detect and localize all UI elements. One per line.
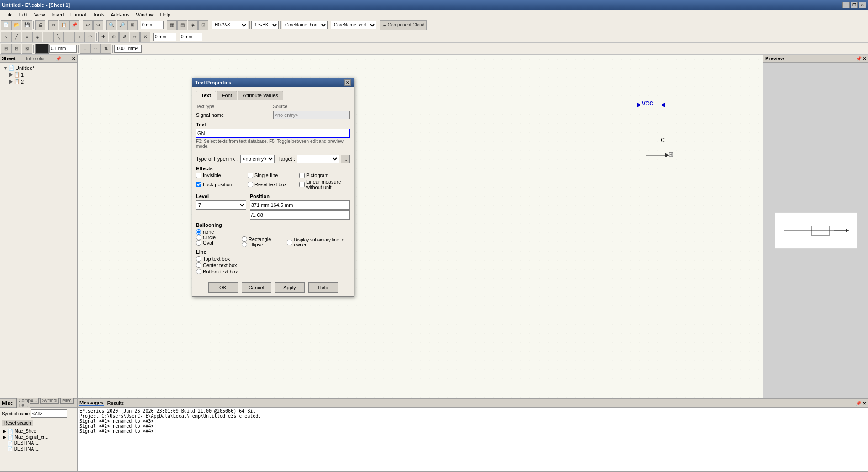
dialog-close-button[interactable]: ✕	[344, 79, 351, 86]
cable-type-combo[interactable]: H07V-K	[212, 21, 248, 29]
print-button[interactable]: 🖨	[35, 20, 45, 30]
tb-z[interactable]: ⇅	[101, 44, 111, 54]
maximize-button[interactable]: ❐	[851, 2, 858, 8]
reset-search-button[interactable]: Reset search	[2, 420, 33, 426]
close-button[interactable]: ✕	[859, 2, 866, 8]
copy-button[interactable]: 📋	[59, 20, 69, 30]
tab-misc[interactable]: Misc	[60, 398, 74, 404]
cancel-button[interactable]: Cancel	[242, 282, 271, 293]
symbol-btn[interactable]: ◈	[32, 32, 42, 42]
preview-close-icon[interactable]: ✕	[863, 56, 866, 61]
new-button[interactable]: 📄	[1, 20, 11, 30]
symbol-name-input[interactable]	[31, 409, 67, 418]
invisible-checkbox[interactable]	[196, 173, 201, 178]
color-btn[interactable]	[35, 44, 49, 54]
tb-y[interactable]: ↔	[90, 44, 101, 54]
preview-pin-icon[interactable]: 📌	[856, 56, 862, 61]
minimize-button[interactable]: —	[842, 2, 850, 8]
pictogram-checkbox[interactable]	[299, 173, 305, 178]
tb-btn-a[interactable]: ▦	[167, 20, 177, 30]
hyperlink-target-select[interactable]	[297, 155, 339, 163]
position-input-2[interactable]	[250, 210, 350, 220]
help-button[interactable]: Help	[308, 282, 338, 293]
level-select[interactable]: 7	[196, 200, 246, 210]
misc-tree-item-3[interactable]: 📄 DESTINAT...	[2, 440, 75, 446]
paste-button[interactable]: 📌	[69, 20, 79, 30]
text-properties-dialog[interactable]: Text Properties ✕ Text Font Attribute Va…	[192, 78, 354, 297]
hyperlink-type-select[interactable]: <no entry>	[240, 155, 275, 163]
tiny-input[interactable]	[114, 45, 142, 53]
misc-tree-item-2[interactable]: ▶ 📄 Mac_Signal_cr...	[2, 434, 75, 440]
panel-pin-icon[interactable]: 📌	[56, 56, 61, 61]
tree-item-untitled[interactable]: ▼ 📄 Untitled*	[2, 64, 75, 71]
grid-btn[interactable]: ⊟	[11, 44, 21, 54]
bottom-text-box-radio[interactable]	[196, 269, 201, 274]
core-size-combo[interactable]: 1.5-BK	[251, 21, 279, 29]
cut-button[interactable]: ✂	[48, 20, 58, 30]
cross-btn[interactable]: ✚	[98, 32, 108, 42]
subsidiary-checkbox[interactable]	[287, 240, 292, 245]
tab-text[interactable]: Text	[196, 91, 216, 100]
menu-view[interactable]: View	[32, 11, 48, 18]
undo-button[interactable]: ↩	[83, 20, 93, 30]
menu-window[interactable]: Window	[133, 11, 156, 18]
mm-input-2[interactable]	[153, 33, 176, 41]
zoom-in-button[interactable]: 🔍	[106, 20, 116, 30]
rectangle-radio[interactable]	[242, 236, 247, 242]
line-width-input[interactable]	[49, 45, 77, 53]
lock-position-checkbox[interactable]	[196, 182, 201, 187]
menu-edit[interactable]: Edit	[16, 11, 31, 18]
messages-tab[interactable]: Messages	[79, 400, 104, 406]
mm-input-1[interactable]	[141, 21, 164, 29]
bus-btn[interactable]: ≡	[22, 32, 32, 42]
menu-insert[interactable]: Insert	[48, 11, 67, 18]
menu-file[interactable]: File	[2, 11, 16, 18]
line-btn[interactable]: ╲	[53, 32, 64, 42]
menu-tools[interactable]: Tools	[90, 11, 107, 18]
core-name-hori-combo[interactable]: CoreName_hori	[282, 21, 328, 29]
browse-button[interactable]: ...	[341, 155, 350, 163]
circle-radio[interactable]	[196, 235, 201, 240]
tree-item-2[interactable]: ▶ 📋 2	[2, 78, 75, 85]
tb-btn-b[interactable]: ▤	[177, 20, 187, 30]
oval-radio[interactable]	[196, 240, 201, 246]
save-button[interactable]: 💾	[22, 20, 32, 30]
zoom-out-button[interactable]: 🔎	[117, 20, 127, 30]
open-button[interactable]: 📂	[11, 20, 21, 30]
position-input-1[interactable]	[250, 200, 350, 210]
text-main-input[interactable]	[196, 129, 350, 138]
text-btn[interactable]: T	[43, 32, 53, 42]
ok-button[interactable]: OK	[208, 282, 238, 293]
core-name-vert-combo[interactable]: CoreName_vert	[331, 21, 376, 29]
rect-btn[interactable]: □	[64, 32, 74, 42]
move-btn[interactable]: ⊕	[109, 32, 119, 42]
menu-addons[interactable]: Add-ons	[108, 11, 132, 18]
snap-btn[interactable]: ⊞	[1, 44, 11, 54]
messages-pin-icon[interactable]: 📌	[856, 401, 861, 406]
menu-format[interactable]: Format	[68, 11, 89, 18]
component-cloud-btn[interactable]: ☁ Component Cloud	[380, 20, 427, 30]
center-text-box-radio[interactable]	[196, 262, 201, 268]
results-tab[interactable]: Results	[107, 400, 124, 406]
ellipse-radio[interactable]	[242, 242, 247, 247]
misc-tree-item-1[interactable]: ▶ 📄 Mac_Sheet	[2, 428, 75, 434]
redo-button[interactable]: ↪	[93, 20, 103, 30]
panel-close-icon[interactable]: ✕	[72, 56, 75, 61]
tab-attribute-values[interactable]: Attribute Values	[238, 91, 283, 100]
tree-item-1[interactable]: ▶ 📋 1	[2, 71, 75, 78]
tb-btn-d[interactable]: ⊡	[198, 20, 208, 30]
tab-font[interactable]: Font	[217, 91, 237, 100]
wire-btn[interactable]: ╱	[11, 32, 21, 42]
rotate-btn[interactable]: ↺	[119, 32, 129, 42]
circle-btn[interactable]: ○	[74, 32, 85, 42]
reset-text-box-checkbox[interactable]	[248, 182, 253, 187]
apply-button[interactable]: Apply	[275, 282, 305, 293]
menu-help[interactable]: Help	[158, 11, 174, 18]
signal-name-input[interactable]	[273, 111, 350, 119]
misc-tree-item-4[interactable]: 📄 DESTINAT...	[2, 446, 75, 452]
layer-btn[interactable]: ⊠	[22, 44, 32, 54]
linear-measure-checkbox[interactable]	[299, 182, 305, 187]
top-text-box-radio[interactable]	[196, 256, 201, 262]
mirror-btn[interactable]: ⇔	[130, 32, 140, 42]
tb-btn-c[interactable]: ◈	[188, 20, 198, 30]
